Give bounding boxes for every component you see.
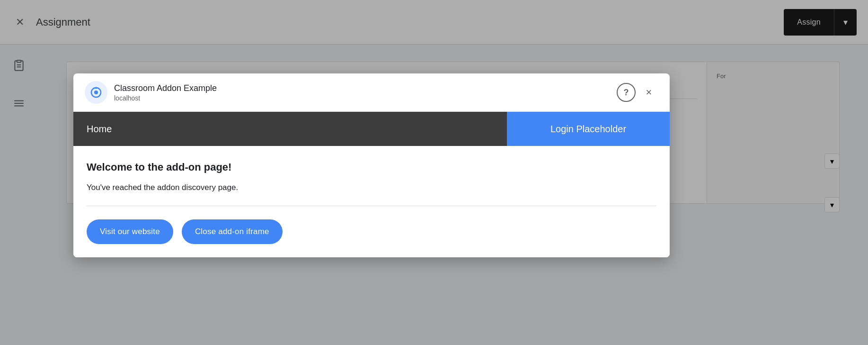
svg-point-8 [94, 91, 98, 94]
addon-divider [87, 206, 656, 206]
app-info: Classroom Addon Example localhost [114, 83, 617, 102]
app-host: localhost [114, 94, 617, 102]
modal-help-button[interactable]: ? [617, 83, 636, 102]
addon-nav-login[interactable]: Login Placeholder [507, 112, 670, 146]
app-name: Classroom Addon Example [114, 83, 617, 93]
svg-point-9 [95, 87, 97, 89]
addon-nav-bar: Home Login Placeholder [73, 112, 670, 146]
addon-content: Welcome to the add-on page! You've reach… [73, 146, 670, 257]
addon-welcome-heading: Welcome to the add-on page! [87, 161, 656, 173]
close-addon-iframe-button[interactable]: Close add-on iframe [182, 219, 283, 244]
modal-header: Classroom Addon Example localhost ? × [73, 73, 670, 112]
visit-website-button[interactable]: Visit our website [87, 219, 173, 244]
addon-description-text: You've reached the addon discovery page. [87, 183, 656, 192]
modal-header-actions: ? × [617, 83, 658, 102]
addon-nav-home[interactable]: Home [73, 112, 507, 146]
addon-modal: Classroom Addon Example localhost ? × Ho… [73, 73, 670, 257]
app-icon [85, 81, 107, 104]
modal-close-button[interactable]: × [639, 83, 658, 102]
addon-buttons-row: Visit our website Close add-on iframe [87, 219, 656, 244]
